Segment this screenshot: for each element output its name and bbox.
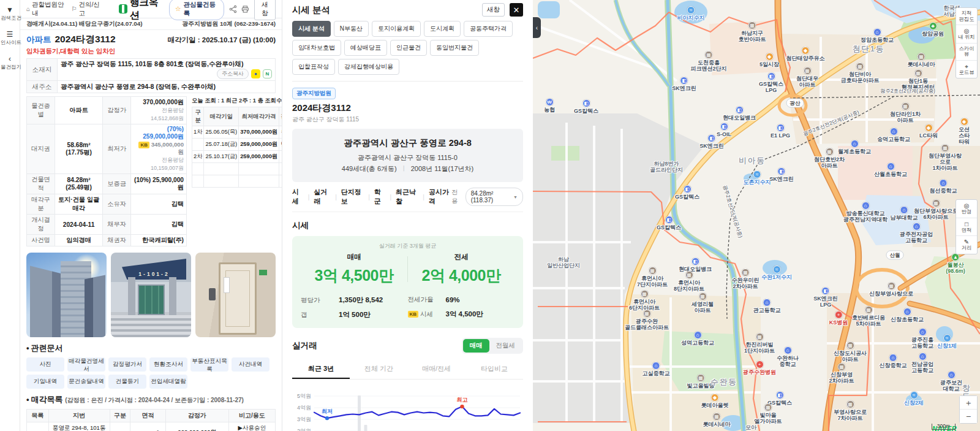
nav-link-시세[interactable]: 시세 — [292, 188, 304, 206]
nav-link-학군[interactable]: 학군 — [374, 188, 386, 206]
sale-header: 감정가 — [165, 410, 228, 422]
property-panel: ⌂ 관할법원안내 ⚐ 건의/신고 행크옥션 ☆ 관심물건등록 새창 경매개시(2… — [20, 0, 282, 431]
map-canvas[interactable]: ≈비아지수지▦하남지구 호반아파트▦도천중흥 피크맨션2단지◧SK엔크린₩농협◧… — [533, 0, 980, 431]
doc-button[interactable]: 현황조사서 — [149, 357, 187, 372]
property-photo-entrance[interactable]: 1-101-2 — [111, 253, 191, 337]
docs-section-title: •관련문서 — [26, 343, 276, 354]
map-control-거리[interactable]: ✎거리 — [956, 236, 977, 254]
sale-rent-toggle: 매매전월세 — [462, 338, 524, 354]
report-link[interactable]: ⚐ 건의/신고 — [71, 1, 103, 18]
case-title: 아파트 2024타경3112 매각기일 : 2025.10.17 (금) (10… — [26, 30, 276, 46]
analysis-tab[interactable]: 입찰표작성 — [292, 59, 335, 75]
share-icon[interactable] — [229, 5, 237, 13]
favorite-button[interactable]: ☆ 관심물건등록 — [169, 0, 224, 20]
zoom-out-button[interactable]: − — [960, 410, 977, 423]
info-value: (70%) 259,000,000원KB 345,000,000원전용평당 10… — [131, 124, 187, 174]
property-photo-exterior[interactable] — [26, 253, 107, 337]
rail-insight[interactable]: ☰ 인사이트 — [1, 31, 19, 45]
complex-road-address: 광주광역시 광산구 풍영로 294-8 — [298, 137, 517, 149]
history-row — [192, 163, 282, 175]
map-control-반경[interactable]: ◎반경 — [956, 200, 977, 218]
map-control-스카이뷰[interactable]: 스카이 뷰 — [956, 44, 977, 61]
complex-built: 2008년 11월(17년차) — [411, 165, 474, 172]
auction-history-table: 구분매각기일최저매각가격결과1차25.06.05(목)370,000,000원유… — [192, 107, 282, 188]
new-window-button[interactable]: 새창 — [254, 0, 276, 20]
history-row — [192, 175, 282, 188]
map-terrain — [533, 0, 980, 431]
sale-list-title: •매각목록 (감정원 : 은진 / 가격시점 : 2024-04-24 / 보존… — [26, 394, 276, 405]
tx-tab[interactable]: 전체 기간 — [350, 360, 407, 379]
analysis-new-window-button[interactable]: 새창 — [482, 3, 505, 17]
doc-button[interactable]: 사건내역 — [232, 357, 270, 372]
toggle-매매[interactable]: 매매 — [463, 339, 489, 353]
property-photo-door[interactable] — [195, 253, 276, 337]
area-select[interactable]: 84.28m² (118.37) ▼ — [466, 188, 523, 206]
info-value: 김택 — [131, 215, 187, 235]
related-docs: 사진매각물건명세서감정평가서현황조사서부동산표시목록사건내역기일내역문건송달내역… — [26, 357, 276, 389]
doc-button[interactable]: 문건송달내역 — [67, 375, 105, 389]
menu-icon: ☰ — [7, 31, 13, 38]
info-label: 건물면적 — [27, 174, 55, 194]
app-root: ▼ 검색조건 ☰ 인사이트 ‹ 물건접기 ⌂ 관할법원안내 ⚐ 건의/신고 행크… — [0, 0, 980, 431]
doc-button[interactable]: 감정평가서 — [108, 357, 146, 372]
kakao-map-icon[interactable]: ● — [251, 69, 260, 78]
sale-price-label: 매매 — [301, 253, 407, 262]
close-icon[interactable]: ✕ — [510, 3, 523, 17]
price-pair: 갭1억 500만 — [301, 310, 408, 319]
sale-header: 지번 — [48, 410, 110, 422]
map-collapse-handle[interactable]: ‹ — [533, 17, 541, 38]
transactions-title: 실거래 — [292, 340, 317, 351]
rail-search-filter[interactable]: ▼ 검색조건 — [1, 6, 19, 21]
analysis-tab[interactable]: 예상배당표 — [344, 40, 387, 56]
history-row: 25.07.18(금)259,000,000원변경 — [192, 139, 282, 151]
rail-collapse[interactable]: ‹ 물건접기 — [1, 55, 19, 70]
photo-strip: 1-101-2 — [26, 253, 276, 337]
nav-link-단지정보[interactable]: 단지정보 — [341, 188, 364, 206]
analysis-tab[interactable]: 토지이용계획 — [372, 21, 421, 37]
sale-price-value: 3억 4,500만 — [301, 265, 407, 286]
analysis-tab[interactable]: 시세 분석 — [292, 21, 331, 37]
tx-tab[interactable]: 최근 3년 — [292, 360, 350, 379]
info-label: 물건종별 — [27, 97, 55, 124]
address-road: 광주광역시 광산구 풍영로 294-8 (장덕동, 수완루아채) — [58, 81, 276, 93]
map-control-내위치[interactable]: ◎내 위치 — [956, 25, 977, 44]
doc-button[interactable]: 전입세대열람 — [149, 375, 187, 389]
analysis-tab[interactable]: 동일번지물건 — [430, 40, 479, 56]
svg-text:최저: 최저 — [322, 408, 333, 414]
doc-button[interactable]: 매각물건명세서 — [67, 357, 105, 372]
doc-button[interactable]: 기일내역 — [26, 375, 64, 389]
analysis-tab[interactable]: 도시계획 — [424, 21, 461, 37]
print-icon[interactable] — [241, 5, 249, 13]
info-label: 대지권 — [27, 124, 55, 174]
map-control-지적편집도[interactable]: 지적 편집도 — [956, 8, 977, 25]
analysis-tab[interactable]: 공동주택가격 — [464, 21, 513, 37]
analysis-tab[interactable]: 임대차보호법 — [292, 40, 341, 56]
info-label: 개시결정 — [27, 215, 55, 235]
nav-link-실거래[interactable]: 실거래 — [314, 188, 331, 206]
sale-date: 매각기일 : 2025.10.17 (금) (10:00) — [168, 36, 276, 45]
analysis-tab[interactable]: 인근물건 — [390, 40, 427, 56]
naver-map-icon[interactable]: N — [263, 69, 272, 78]
map-control-로드뷰[interactable]: ⌖로드뷰 — [956, 61, 977, 78]
complex-units: 449세대(총 6개동) — [342, 165, 397, 172]
copy-address-button[interactable]: 주소복사 — [217, 69, 249, 79]
doc-button[interactable]: 건물등기 — [108, 375, 146, 389]
toggle-전월세[interactable]: 전월세 — [489, 339, 522, 353]
logo[interactable]: 행크옥션 — [119, 0, 164, 22]
tx-tab[interactable]: 타입비교 — [466, 360, 523, 379]
analysis-tab[interactable]: 강제집행예상비용 — [338, 59, 399, 75]
doc-button[interactable]: 사진 — [26, 357, 64, 372]
svg-text:최고: 최고 — [457, 397, 468, 403]
nav-link-공시가격[interactable]: 공시가격 — [429, 188, 451, 206]
tx-tab[interactable]: 매매/전세 — [408, 360, 466, 379]
analysis-panel: 시세 분석 새창 ✕ 시세 분석N부동산토지이용계획도시계획공동주택가격임대차보… — [282, 0, 533, 431]
doc-button[interactable]: 부동산표시목록 — [190, 357, 228, 372]
nav-link-최근낙찰[interactable]: 최근낙찰 — [396, 188, 418, 206]
info-value: 아파트 — [55, 97, 103, 124]
sale-list-table: 목록지번구분면적감정가비고/용도건물풍영로 294-8, 101동 8층 801… — [26, 409, 276, 431]
chevron-down-icon: ▼ — [513, 195, 518, 199]
analysis-tab[interactable]: N부동산 — [334, 21, 369, 37]
zoom-in-button[interactable]: ＋ — [960, 396, 977, 410]
map-control-면적[interactable]: □면적 — [956, 218, 977, 237]
court-guide-link[interactable]: ⌂ 관할법원안내 — [26, 1, 66, 18]
